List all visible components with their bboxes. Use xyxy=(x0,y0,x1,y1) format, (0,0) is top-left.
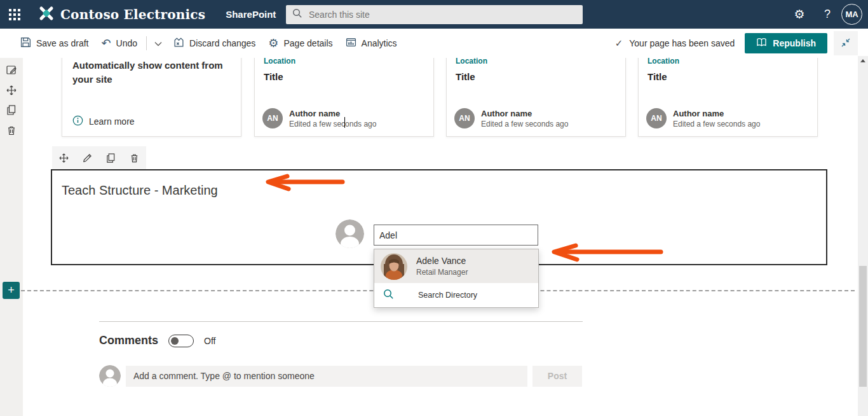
move-webpart-rail-button[interactable] xyxy=(6,85,17,96)
save-status: ✓ Your page has been saved xyxy=(615,38,735,49)
comments-divider xyxy=(99,321,583,322)
edited-timestamp: Edited a few seconds ago xyxy=(289,120,376,128)
edit-page-button[interactable] xyxy=(6,64,17,76)
card-author-row: AN Author name Edited a few seconds ago xyxy=(646,108,760,128)
sharepoint-edit-page: Contoso Electronics SharePoint ⚙ ? MA Sa… xyxy=(0,0,868,416)
search-input[interactable] xyxy=(309,10,576,20)
discard-changes-label: Discard changes xyxy=(189,38,255,48)
delete-webpart-button[interactable] xyxy=(125,148,144,167)
card-author-row: AN Author name Edited a few seconds ago xyxy=(454,108,568,128)
header-actions: ⚙ ? MA xyxy=(785,0,868,29)
chevron-down-icon xyxy=(154,38,162,48)
undo-split-chevron[interactable] xyxy=(149,38,167,48)
comments-toggle-state: Off xyxy=(204,336,215,346)
page-details-label: Page details xyxy=(283,38,332,48)
copy-webpart-button[interactable] xyxy=(102,148,121,167)
edited-timestamp: Edited a few seconds ago xyxy=(673,120,760,128)
help-icon: ? xyxy=(824,8,831,21)
help-button[interactable]: ? xyxy=(813,0,841,29)
avatar-initials: MA xyxy=(845,10,858,19)
suggestion-role: Retail Manager xyxy=(416,268,468,277)
author-name: Author name xyxy=(289,109,376,118)
analytics-icon xyxy=(346,37,356,50)
card-location-label: Location xyxy=(456,58,616,66)
author-name: Author name xyxy=(481,109,568,118)
adele-vance-photo xyxy=(381,253,407,280)
people-suggestion-dropdown: Adele Vance Retail Manager Search Direct… xyxy=(374,249,539,308)
republish-button[interactable]: Republish xyxy=(745,33,827,53)
site-brand[interactable]: Contoso Electronics xyxy=(37,4,205,25)
save-as-draft-label: Save as draft xyxy=(36,38,89,48)
page-scrollbar[interactable] xyxy=(858,56,868,416)
add-section-icon: + xyxy=(8,284,15,297)
collapse-icon xyxy=(841,38,851,50)
suggestion-name: Adele Vance xyxy=(416,256,468,266)
site-search[interactable] xyxy=(286,5,583,24)
waffle-icon xyxy=(9,9,20,20)
author-avatar: AN xyxy=(646,108,667,128)
account-avatar[interactable]: MA xyxy=(841,4,862,25)
webpart-toolbar xyxy=(52,146,146,169)
comments-heading: Comments xyxy=(99,334,158,347)
comment-compose-row: Post xyxy=(99,365,582,387)
toolbar-divider xyxy=(146,36,147,50)
commenter-avatar xyxy=(99,365,121,387)
card-title: Title xyxy=(648,71,808,82)
discard-changes-button[interactable]: Discard changes xyxy=(167,29,262,58)
settings-icon: ⚙ xyxy=(794,7,804,22)
news-promo-card[interactable]: Automatically show content from your sit… xyxy=(62,58,241,137)
app-launcher-button[interactable] xyxy=(0,0,29,29)
card-location-label: Location xyxy=(648,58,808,66)
search-directory-label: Search Directory xyxy=(418,291,477,300)
analytics-label: Analytics xyxy=(362,38,397,48)
search-directory-item[interactable]: Search Directory xyxy=(374,283,538,307)
edit-webpart-button[interactable] xyxy=(78,148,97,167)
page-canvas: + Automatically show content from your s… xyxy=(0,58,858,416)
card-title: Title xyxy=(456,71,616,82)
comments-header: Comments Off xyxy=(99,334,215,347)
suite-header: Contoso Electronics SharePoint ⚙ ? MA xyxy=(0,0,868,29)
section-title-text[interactable]: Teach Structure - Marketing xyxy=(62,183,218,198)
card-title: Title xyxy=(264,71,424,82)
suggestion-adele-vance[interactable]: Adele Vance Retail Manager xyxy=(374,249,538,283)
brand-name: Contoso Electronics xyxy=(60,7,205,22)
move-webpart-button[interactable] xyxy=(55,148,74,167)
news-placeholder-card[interactable]: Location Title AN Author name Edited a f… xyxy=(638,58,818,137)
add-section-button[interactable]: + xyxy=(3,282,20,299)
delete-webpart-rail-button[interactable] xyxy=(6,125,17,136)
product-name[interactable]: SharePoint xyxy=(226,9,276,20)
save-icon xyxy=(20,37,31,50)
scrollbar-thumb[interactable] xyxy=(859,266,867,387)
text-cursor xyxy=(344,117,345,128)
page-details-icon: ⚙ xyxy=(268,38,278,49)
comments-toggle[interactable] xyxy=(168,335,194,347)
person-placeholder-avatar xyxy=(336,219,364,248)
post-comment-button[interactable]: Post xyxy=(532,366,582,387)
info-icon xyxy=(72,115,83,128)
copy-webpart-rail-button[interactable] xyxy=(6,104,17,116)
page-details-button[interactable]: ⚙ Page details xyxy=(262,29,339,58)
author-name: Author name xyxy=(673,109,760,118)
save-as-draft-button[interactable]: Save as draft xyxy=(14,29,95,58)
undo-button[interactable]: ↶ Undo xyxy=(95,29,144,58)
collapse-commandbar-button[interactable] xyxy=(834,31,858,55)
republish-icon xyxy=(756,38,767,49)
analytics-button[interactable]: Analytics xyxy=(339,29,403,58)
check-icon: ✓ xyxy=(615,38,623,49)
save-status-text: Your page has been saved xyxy=(629,38,735,48)
author-avatar: AN xyxy=(454,108,475,128)
directory-search-icon xyxy=(383,289,394,302)
search-icon xyxy=(292,8,302,21)
card-location-label: Location xyxy=(264,58,424,66)
news-placeholder-card[interactable]: Location Title AN Author name Edited a f… xyxy=(446,58,626,137)
settings-button[interactable]: ⚙ xyxy=(785,0,813,29)
discard-icon xyxy=(173,37,184,50)
edited-timestamp: Edited a few seconds ago xyxy=(481,120,568,128)
comment-input[interactable] xyxy=(126,366,527,387)
logo-icon xyxy=(37,4,55,25)
promo-card-title: Automatically show content from your sit… xyxy=(72,59,231,87)
scroll-up-arrow-icon[interactable] xyxy=(860,59,865,62)
learn-more-link[interactable]: Learn more xyxy=(72,115,135,128)
people-picker-input[interactable] xyxy=(374,225,538,246)
toggle-knob xyxy=(171,337,179,345)
